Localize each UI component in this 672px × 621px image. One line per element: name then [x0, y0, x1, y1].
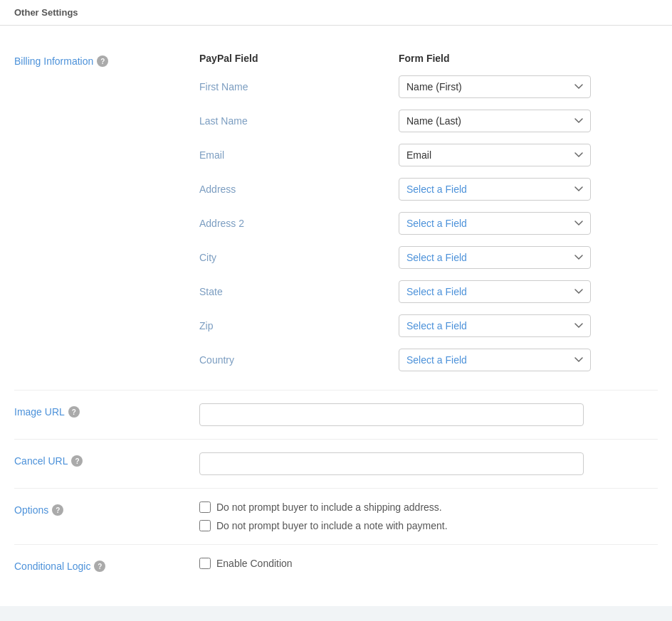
no-shipping-checkbox[interactable] [199, 501, 211, 513]
select-state[interactable]: Select a Field Name (First) Name (Last) [399, 280, 591, 303]
select-email[interactable]: Email Select a Field Name (First) Name (… [399, 144, 591, 166]
form-field-zip: Select a Field Name (First) Name (Last) [399, 314, 658, 337]
paypal-country: Country [199, 354, 399, 366]
enable-condition-checkbox[interactable] [199, 558, 211, 569]
paypal-state: State [199, 286, 399, 297]
billing-row-country: Country Select a Field Name (First) Name… [199, 343, 658, 377]
conditional-logic-label-col: Conditional Logic ? [14, 558, 199, 572]
content-area: Billing Information ? PayPal Field Form … [0, 26, 672, 606]
options-label-col: Options ? [14, 501, 199, 516]
no-note-checkbox[interactable] [199, 520, 211, 531]
no-shipping-row: Do not prompt buyer to include a shippin… [199, 501, 658, 513]
cancel-url-fields [199, 452, 658, 475]
form-field-city: Select a Field Name (First) Name (Last) [399, 246, 658, 269]
billing-row-address: Address Select a Field Name (First) Name… [199, 172, 658, 206]
enable-condition-label[interactable]: Enable Condition [216, 558, 293, 569]
select-address2[interactable]: Select a Field Name (First) Name (Last) [399, 212, 591, 235]
billing-row-zip: Zip Select a Field Name (First) Name (La… [199, 309, 658, 343]
form-field-address: Select a Field Name (First) Name (Last) … [399, 178, 658, 201]
billing-row-email: Email Email Select a Field Name (First) … [199, 138, 658, 172]
form-field-first-name: Name (First) Select a Field Name (Last) … [399, 75, 658, 98]
billing-row-last-name: Last Name Name (Last) Select a Field Nam… [199, 104, 658, 138]
image-url-fields [199, 403, 658, 426]
no-note-label[interactable]: Do not prompt buyer to include a note wi… [216, 520, 448, 531]
paypal-zip: Zip [199, 320, 399, 331]
cancel-url-input[interactable] [199, 452, 584, 475]
form-field-state: Select a Field Name (First) Name (Last) [399, 280, 658, 303]
image-url-row: Image URL ? [14, 391, 658, 440]
billing-information-row: Billing Information ? PayPal Field Form … [14, 40, 658, 391]
page-wrapper: Other Settings Billing Information ? Pay… [0, 0, 672, 621]
conditional-logic-row: Conditional Logic ? Enable Condition [14, 545, 658, 585]
form-field-address2: Select a Field Name (First) Name (Last) [399, 212, 658, 235]
options-row: Options ? Do not prompt buyer to include… [14, 489, 658, 545]
billing-label-col: Billing Information ? [14, 53, 199, 67]
form-field-header: Form Field [399, 53, 658, 64]
billing-fields-container: PayPal Field Form Field First Name Name … [199, 53, 658, 377]
conditional-logic-fields: Enable Condition [199, 558, 658, 569]
cancel-url-label-col: Cancel URL ? [14, 452, 199, 467]
billing-headers: PayPal Field Form Field [199, 53, 658, 64]
billing-row-address2: Address 2 Select a Field Name (First) Na… [199, 206, 658, 240]
cancel-url-row: Cancel URL ? [14, 440, 658, 489]
billing-help-icon[interactable]: ? [97, 55, 108, 67]
select-first-name[interactable]: Name (First) Select a Field Name (Last) … [399, 75, 591, 98]
select-country[interactable]: Select a Field Name (First) Name (Last) [399, 349, 591, 371]
image-url-help-icon[interactable]: ? [68, 406, 80, 418]
options-checkboxes: Do not prompt buyer to include a shippin… [199, 501, 658, 531]
select-address[interactable]: Select a Field Name (First) Name (Last) … [399, 178, 591, 201]
image-url-label-col: Image URL ? [14, 403, 199, 418]
form-field-last-name: Name (Last) Select a Field Name (First) … [399, 110, 658, 132]
conditional-logic-help-icon[interactable]: ? [94, 561, 105, 572]
paypal-first-name: First Name [199, 81, 399, 92]
image-url-label: Image URL ? [14, 406, 80, 418]
select-city[interactable]: Select a Field Name (First) Name (Last) [399, 246, 591, 269]
cancel-url-help-icon[interactable]: ? [71, 455, 83, 467]
billing-label: Billing Information ? [14, 55, 108, 67]
options-help-icon[interactable]: ? [52, 504, 63, 516]
select-zip[interactable]: Select a Field Name (First) Name (Last) [399, 314, 591, 337]
no-shipping-label[interactable]: Do not prompt buyer to include a shippin… [216, 501, 442, 513]
no-note-row: Do not prompt buyer to include a note wi… [199, 520, 658, 531]
paypal-address2: Address 2 [199, 218, 399, 229]
paypal-email: Email [199, 149, 399, 161]
section-header: Other Settings [0, 0, 672, 26]
billing-row-city: City Select a Field Name (First) Name (L… [199, 240, 658, 275]
options-label: Options ? [14, 504, 63, 516]
enable-condition-row: Enable Condition [199, 558, 658, 569]
cancel-url-label: Cancel URL ? [14, 455, 83, 467]
section-title: Other Settings [14, 7, 78, 18]
paypal-city: City [199, 252, 399, 263]
form-field-email: Email Select a Field Name (First) Name (… [399, 144, 658, 166]
billing-row-state: State Select a Field Name (First) Name (… [199, 275, 658, 309]
image-url-input[interactable] [199, 403, 584, 426]
paypal-last-name: Last Name [199, 115, 399, 127]
select-last-name[interactable]: Name (Last) Select a Field Name (First) … [399, 110, 591, 132]
conditional-logic-label: Conditional Logic ? [14, 561, 105, 572]
billing-row-first-name: First Name Name (First) Select a Field N… [199, 70, 658, 104]
paypal-address: Address [199, 184, 399, 195]
paypal-field-header: PayPal Field [199, 53, 399, 64]
form-field-country: Select a Field Name (First) Name (Last) [399, 349, 658, 371]
